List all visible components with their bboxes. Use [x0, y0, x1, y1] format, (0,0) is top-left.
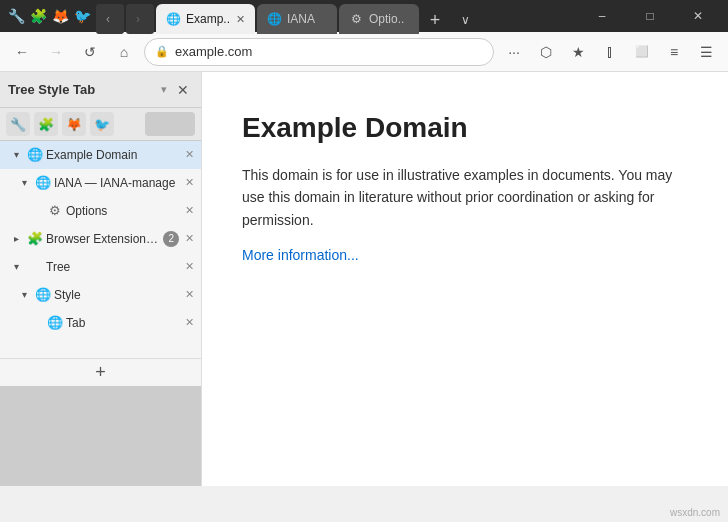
restore-button[interactable]: □ [628, 0, 672, 32]
close-style[interactable]: ✕ [181, 287, 197, 303]
toggle-browser-extensions[interactable]: ▸ [8, 231, 24, 247]
sidebar-header: Tree Style Tab ▾ ✕ [0, 72, 201, 108]
security-icon: 🔒 [155, 45, 169, 58]
twitter-icon[interactable]: 🐦 [74, 8, 90, 24]
pinned-tab-firefox[interactable]: 🦊 [62, 112, 86, 136]
new-tab-button[interactable]: + [421, 6, 449, 34]
tree-item-iana[interactable]: ▾ 🌐 IANA — IANA-manage ✕ [0, 169, 201, 197]
label-style: Style [54, 288, 181, 302]
favicon-style: 🌐 [35, 287, 51, 303]
pinned-tab-twitter[interactable]: 🐦 [90, 112, 114, 136]
close-example-domain[interactable]: ✕ [181, 147, 197, 163]
tab-iana-favicon: 🌐 [267, 12, 281, 26]
nav-forward[interactable]: › [126, 4, 154, 34]
more-button[interactable]: ··· [500, 38, 528, 66]
tree-item-browser-extensions[interactable]: ▸ 🧩 Browser Extensions - ! 2 ✕ [0, 225, 201, 253]
close-iana[interactable]: ✕ [181, 175, 197, 191]
home-button[interactable]: ⌂ [110, 38, 138, 66]
close-button[interactable]: ✕ [676, 0, 720, 32]
reader-icon[interactable]: ≡ [660, 38, 688, 66]
menu-button[interactable]: ☰ [692, 38, 720, 66]
tab-strip: ‹ › 🌐 Examp.. ✕ 🌐 IANA ⚙ Optio.. + ∨ [96, 0, 574, 34]
tab-options[interactable]: ⚙ Optio.. [339, 4, 419, 34]
back-button[interactable]: ← [8, 38, 36, 66]
library-icon[interactable]: ⫿ [596, 38, 624, 66]
favicon-iana: 🌐 [35, 175, 51, 191]
main-area: Tree Style Tab ▾ ✕ 🔧 🧩 🦊 🐦 ▾ 🌐 Example D… [0, 72, 728, 486]
favicon-options: ⚙ [47, 203, 63, 219]
toggle-example-domain[interactable]: ▾ [8, 147, 24, 163]
add-tab-button[interactable]: + [0, 358, 201, 386]
tree-item-tree[interactable]: ▾ 🌐 Tree ✕ [0, 253, 201, 281]
tools-icon[interactable]: 🔧 [8, 8, 24, 24]
refresh-button[interactable]: ↺ [76, 38, 104, 66]
sidebar-close-button[interactable]: ✕ [173, 80, 193, 100]
extensions-icon[interactable]: 🧩 [30, 8, 46, 24]
sidebar-title: Tree Style Tab [8, 82, 153, 97]
favicon-example-domain: 🌐 [27, 147, 43, 163]
close-tab[interactable]: ✕ [181, 315, 197, 331]
page-body: This domain is for use in illustrative e… [242, 164, 688, 231]
pinned-placeholder [145, 112, 195, 136]
url-text: example.com [175, 44, 483, 59]
tab-example-favicon: 🌐 [166, 12, 180, 26]
toolbar-icons: ··· ⬡ ★ ⫿ ⬜ ≡ ☰ [500, 38, 720, 66]
sidebar-bottom-placeholder [0, 386, 201, 486]
pinned-spacer [118, 112, 141, 136]
close-browser-extensions[interactable]: ✕ [181, 231, 197, 247]
pinned-tabs-bar: 🔧 🧩 🦊 🐦 [0, 108, 201, 141]
tree-item-example-domain[interactable]: ▾ 🌐 Example Domain ✕ [0, 141, 201, 169]
page-title: Example Domain [242, 112, 688, 144]
favicon-tab: 🌐 [47, 315, 63, 331]
tab-options-favicon: ⚙ [349, 12, 363, 26]
toggle-tree[interactable]: ▾ [8, 259, 24, 275]
bookmark-icon[interactable]: ★ [564, 38, 592, 66]
forward-button[interactable]: → [42, 38, 70, 66]
tree-item-style[interactable]: ▾ 🌐 Style ✕ [0, 281, 201, 309]
label-browser-extensions: Browser Extensions - ! [46, 232, 163, 246]
firefox-icon[interactable]: 🦊 [52, 8, 68, 24]
tab-iana[interactable]: 🌐 IANA [257, 4, 337, 34]
favicon-browser-extensions: 🧩 [27, 231, 43, 247]
toggle-iana[interactable]: ▾ [16, 175, 32, 191]
close-tree[interactable]: ✕ [181, 259, 197, 275]
more-info-link[interactable]: More information... [242, 247, 359, 263]
sidebar: Tree Style Tab ▾ ✕ 🔧 🧩 🦊 🐦 ▾ 🌐 Example D… [0, 72, 202, 486]
label-options: Options [66, 204, 181, 218]
close-options[interactable]: ✕ [181, 203, 197, 219]
tree-item-tab[interactable]: ▾ 🌐 Tab ✕ [0, 309, 201, 337]
toggle-style[interactable]: ▾ [16, 287, 32, 303]
tree-item-options[interactable]: ▾ ⚙ Options ✕ [0, 197, 201, 225]
title-bar: 🔧 🧩 🦊 🐦 ‹ › 🌐 Examp.. ✕ 🌐 IANA ⚙ Optio..… [0, 0, 728, 32]
web-content: Example Domain This domain is for use in… [202, 72, 728, 486]
watermark: wsxdn.com [670, 507, 720, 518]
tab-options-label: Optio.. [369, 12, 409, 26]
tab-iana-label: IANA [287, 12, 327, 26]
address-bar: ← → ↺ ⌂ 🔒 example.com ··· ⬡ ★ ⫿ ⬜ ≡ ☰ [0, 32, 728, 72]
tree-items-list: ▾ 🌐 Example Domain ✕ ▾ 🌐 IANA — IANA-man… [0, 141, 201, 358]
window-controls: – □ ✕ [580, 0, 720, 32]
pinned-tab-tools[interactable]: 🔧 [6, 112, 30, 136]
pocket-icon[interactable]: ⬡ [532, 38, 560, 66]
label-example-domain: Example Domain [46, 148, 181, 162]
label-iana: IANA — IANA-manage [54, 176, 181, 190]
tab-example-close[interactable]: ✕ [236, 13, 245, 26]
pinned-tab-extensions[interactable]: 🧩 [34, 112, 58, 136]
tab-example-label: Examp.. [186, 12, 230, 26]
tab-example[interactable]: 🌐 Examp.. ✕ [156, 4, 255, 34]
url-bar[interactable]: 🔒 example.com [144, 38, 494, 66]
sync-icon[interactable]: ⬜ [628, 38, 656, 66]
minimize-button[interactable]: – [580, 0, 624, 32]
nav-back[interactable]: ‹ [96, 4, 124, 34]
tab-overflow-button[interactable]: ∨ [451, 6, 479, 34]
sidebar-dropdown-icon[interactable]: ▾ [161, 83, 167, 96]
label-tree: Tree [46, 260, 181, 274]
label-tab: Tab [66, 316, 181, 330]
badge-browser-extensions: 2 [163, 231, 179, 247]
